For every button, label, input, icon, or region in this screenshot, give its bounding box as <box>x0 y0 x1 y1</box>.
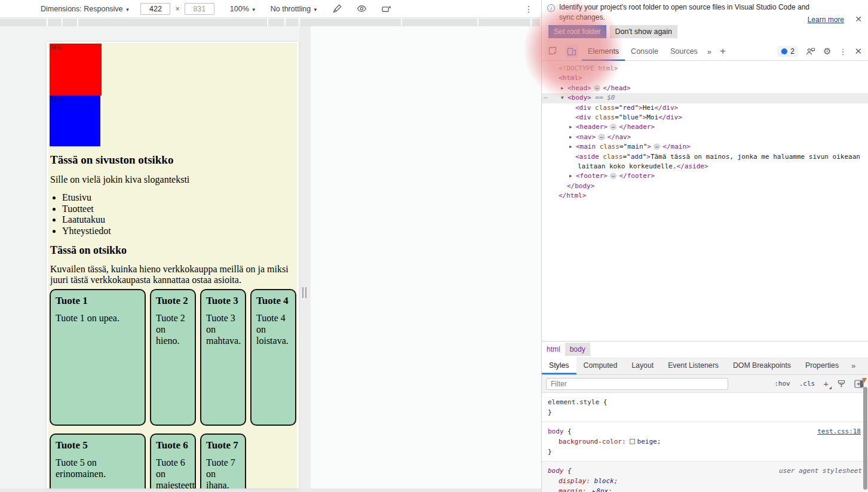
style-property[interactable]: display: block; <box>548 476 862 486</box>
throttling-dropdown[interactable]: No throttling▼ <box>271 5 318 13</box>
dont-show-again-button[interactable]: Don't show again <box>610 25 678 38</box>
styles-tab-dom-breakpoints[interactable]: DOM Breakpoints <box>726 357 798 374</box>
styles-tab-properties[interactable]: Properties <box>798 357 846 374</box>
rotate-device-icon[interactable] <box>381 4 391 14</box>
styles-tabs-more-icon[interactable]: » <box>846 361 861 370</box>
viewport-height-input[interactable] <box>185 3 214 15</box>
toggle-hover-state-button[interactable]: :hov <box>774 380 790 388</box>
product-card: Tuote 5Tuote 5 on erinomainen. <box>50 433 146 488</box>
expand-arrow-icon[interactable]: ▶ <box>569 142 576 152</box>
pen-icon[interactable] <box>332 4 342 14</box>
inspect-element-icon[interactable] <box>548 46 559 57</box>
styles-tab-bar: StylesComputedLayoutEvent ListenersDOM B… <box>542 357 868 375</box>
product-title: Tuote 7 <box>206 439 240 451</box>
rule-selector[interactable]: element.style { <box>548 397 862 407</box>
expand-arrow-icon[interactable]: ▶ <box>593 487 595 492</box>
stylesheet-link[interactable]: test.css:18 <box>817 426 861 436</box>
dimension-separator: × <box>175 5 179 13</box>
more-tabs-icon[interactable]: » <box>704 47 715 56</box>
media-query-segment[interactable] <box>532 19 540 26</box>
breadcrumb-item-html[interactable]: html <box>542 343 565 356</box>
expand-arrow-icon[interactable]: ▶ <box>569 171 576 181</box>
styles-tab-layout[interactable]: Layout <box>624 357 661 374</box>
learn-more-link[interactable]: Learn more <box>808 16 844 24</box>
tab-console[interactable]: Console <box>625 42 664 61</box>
tree-line[interactable]: ▶<header>…</header> <box>542 122 868 132</box>
product-description: Tuote 4 on loistava. <box>256 312 290 346</box>
expand-arrow-icon[interactable]: ▶ <box>569 133 576 142</box>
bottom-resize-strip[interactable] <box>0 488 541 492</box>
expand-arrow-icon[interactable]: ▼ <box>561 93 568 103</box>
styles-tab-computed[interactable]: Computed <box>576 357 625 374</box>
tree-line[interactable]: </body> <box>542 182 868 191</box>
style-property[interactable]: margin: ▶8px; <box>548 486 862 492</box>
dimensions-dropdown[interactable]: Dimensions: Responsive▼ <box>41 5 130 13</box>
zoom-dropdown[interactable]: 100%▼ <box>230 5 256 13</box>
viewport-width-input[interactable] <box>140 3 170 15</box>
media-query-segment[interactable] <box>286 19 299 26</box>
devtools-panel: i Identify your project's root folder to… <box>541 0 868 492</box>
issues-bubble-icon <box>781 48 788 55</box>
color-swatch[interactable] <box>630 439 635 444</box>
product-row-2: Tuote 5Tuote 5 on erinomainen.Tuote 6Tuo… <box>50 433 296 488</box>
styles-tab-styles[interactable]: Styles <box>542 357 576 374</box>
row-actions-icon[interactable]: ⋯ <box>544 93 548 103</box>
add-panel-icon[interactable]: + <box>715 45 731 57</box>
devtools-menu-icon[interactable]: ⋮ <box>839 47 846 56</box>
media-query-segment[interactable] <box>402 19 477 26</box>
devtools-tab-bar: ElementsConsoleSources » + 2 ⚙ ⋮ ✕ <box>542 42 868 61</box>
new-style-rule-icon[interactable]: +◢ <box>823 379 829 389</box>
media-query-segment[interactable] <box>78 19 267 26</box>
tree-line[interactable]: ▶<nav>…</nav> <box>542 133 868 142</box>
settings-gear-icon[interactable]: ⚙ <box>823 46 831 57</box>
tree-line[interactable]: <html> <box>542 73 868 83</box>
feedback-icon[interactable] <box>806 47 815 56</box>
media-query-segment[interactable] <box>479 19 530 26</box>
tree-line[interactable]: <div class="blue">Moi</div> <box>542 113 868 122</box>
tree-line[interactable]: ⋯▼<body> == $0 <box>542 93 868 103</box>
viewport-resize-strip[interactable] <box>299 26 311 488</box>
issues-counter[interactable]: 2 <box>777 46 798 57</box>
ellipsis-expand-icon[interactable]: … <box>610 173 617 179</box>
eye-icon[interactable] <box>357 4 367 14</box>
ellipsis-expand-icon[interactable]: … <box>610 124 617 130</box>
expand-arrow-icon[interactable]: ▶ <box>561 84 568 93</box>
notification-close-icon[interactable]: ✕ <box>855 14 862 24</box>
toggle-class-button[interactable]: .cls <box>799 380 815 388</box>
toolbar-menu-icon[interactable]: ⋮ <box>525 4 533 14</box>
breadcrumb-item-body[interactable]: body <box>565 343 590 356</box>
tree-line[interactable]: ▶<main class="main">…</main> <box>542 142 868 152</box>
ellipsis-expand-icon[interactable]: … <box>654 143 660 150</box>
product-title: Tuote 3 <box>206 295 240 307</box>
set-root-folder-button[interactable]: Set root folder <box>548 25 606 38</box>
tree-line[interactable]: <div class="red">Hei</div> <box>542 103 868 113</box>
tree-line[interactable]: <!DOCTYPE html> <box>542 64 868 73</box>
tree-line[interactable]: ▶<head>…</head> <box>542 84 868 93</box>
media-query-segment[interactable] <box>300 19 401 26</box>
device-toolbar-toggle-icon[interactable] <box>565 45 578 58</box>
tree-line[interactable]: laitaan koko korkeudelle.</aside> <box>542 162 868 171</box>
tab-sources[interactable]: Sources <box>664 42 704 61</box>
styles-tab-event-listeners[interactable]: Event Listeners <box>661 357 726 374</box>
media-query-segment[interactable] <box>268 19 284 26</box>
media-query-segment[interactable] <box>0 19 47 26</box>
rendering-brush-icon[interactable] <box>837 379 846 388</box>
resize-handle-icon[interactable] <box>302 287 306 298</box>
media-query-segment[interactable] <box>48 19 62 26</box>
tree-line[interactable]: </html> <box>542 191 868 201</box>
media-query-segment[interactable] <box>63 19 77 26</box>
expand-arrow-icon[interactable]: ▶ <box>569 122 576 132</box>
devtools-close-icon[interactable]: ✕ <box>854 46 862 57</box>
styles-filter-row: :hov .cls +◢ <box>542 375 868 393</box>
tree-line[interactable]: <aside class="add">Tämä tässä on mainos,… <box>542 152 868 162</box>
rule-selector[interactable]: body { <box>548 426 862 436</box>
style-property[interactable]: background-color:beige; <box>548 436 862 447</box>
ellipsis-expand-icon[interactable]: … <box>598 134 605 140</box>
tab-elements[interactable]: Elements <box>582 42 625 61</box>
panel-tabs: ElementsConsoleSources <box>582 42 704 61</box>
ellipsis-expand-icon[interactable]: … <box>594 85 600 91</box>
styles-scrollbar-thumb[interactable] <box>863 387 867 490</box>
nav-item: Yhteystiedot <box>62 226 296 237</box>
tree-line[interactable]: ▶<footer>…</footer> <box>542 171 868 181</box>
styles-filter-input[interactable] <box>546 378 728 390</box>
